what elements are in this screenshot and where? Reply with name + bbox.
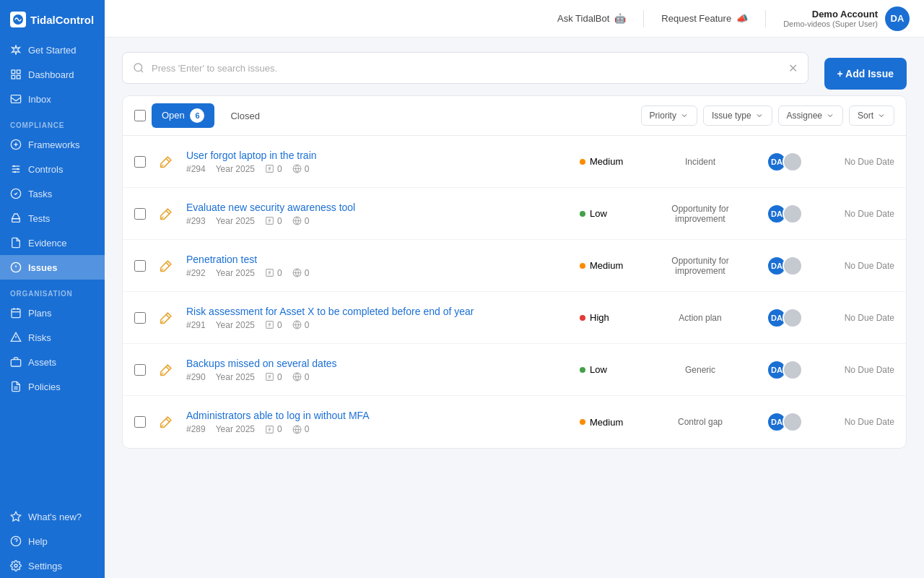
organisation-section-label: ORGANISATION xyxy=(0,280,105,301)
row-checkbox[interactable] xyxy=(134,416,146,428)
issue-id: #294 xyxy=(186,164,206,174)
issue-meta: #290 Year 2025 0 0 xyxy=(186,372,571,382)
row-checkbox[interactable] xyxy=(134,312,146,324)
page-content: ✕ + Add Issue Open 6 Closed Priority xyxy=(105,38,924,578)
topbar-divider xyxy=(643,10,644,27)
compliance-section-label: COMPLIANCE xyxy=(0,111,105,132)
sidebar-item-get-started[interactable]: Get Started xyxy=(0,38,105,62)
issue-year: Year 2025 xyxy=(216,268,255,278)
table-row: Evaluate new security awareness tool #29… xyxy=(123,188,906,240)
ask-tidalbot-button[interactable]: Ask TidalBot 🤖 xyxy=(557,13,626,24)
search-bar: ✕ xyxy=(122,52,808,84)
account-info[interactable]: Demo Account Demo-videos (Super User) DA xyxy=(783,7,910,31)
row-checkbox[interactable] xyxy=(134,208,146,220)
issue-info: Backups missed on several dates #290 Yea… xyxy=(186,358,571,382)
sidebar-item-tasks[interactable]: Tasks xyxy=(0,181,105,206)
svg-point-14 xyxy=(14,171,16,173)
sidebar-item-risks[interactable]: Risks xyxy=(0,325,105,350)
sidebar-item-help[interactable]: Help xyxy=(0,529,105,553)
tidalbot-icon: 🤖 xyxy=(614,13,626,24)
due-date: No Due Date xyxy=(822,157,894,167)
sidebar-item-settings[interactable]: Settings xyxy=(0,553,105,578)
issue-priority: Low xyxy=(580,364,645,375)
issue-title[interactable]: Evaluate new security awareness tool xyxy=(186,202,571,213)
sidebar-item-assets[interactable]: Assets xyxy=(0,350,105,374)
issue-title[interactable]: Backups missed on several dates xyxy=(186,358,571,369)
sidebar-item-policies[interactable]: Policies xyxy=(0,374,105,399)
tidalbot-label: Ask TidalBot xyxy=(557,13,609,24)
priority-label: High xyxy=(590,312,609,323)
table-row: Penetration test #292 Year 2025 0 0 Medi… xyxy=(123,240,906,292)
topbar: Ask TidalBot 🤖 Request Feature 📣 Demo Ac… xyxy=(105,0,924,38)
account-subtitle: Demo-videos (Super User) xyxy=(783,20,878,28)
issue-title[interactable]: Administrators able to log in without MF… xyxy=(186,410,571,421)
issue-type: Generic xyxy=(653,365,747,375)
issue-title[interactable]: User forgot laptop in the train xyxy=(186,150,571,161)
issue-assignees: DA xyxy=(756,152,814,172)
sidebar-label: Assets xyxy=(28,357,56,368)
issue-id: #293 xyxy=(186,216,206,226)
row-checkbox[interactable] xyxy=(134,156,146,168)
sidebar-label: Inbox xyxy=(28,94,51,105)
svg-rect-26 xyxy=(11,360,20,366)
open-count-badge: 6 xyxy=(190,108,204,123)
issue-priority: Medium xyxy=(580,156,645,167)
svg-point-12 xyxy=(13,165,15,168)
request-feature-button[interactable]: Request Feature 📣 xyxy=(661,13,748,24)
sidebar-item-plans[interactable]: Plans xyxy=(0,301,105,325)
account-text: Demo Account Demo-videos (Super User) xyxy=(783,9,878,28)
sidebar-label: Controls xyxy=(28,164,63,175)
issue-title[interactable]: Penetration test xyxy=(186,254,571,265)
clear-search-button[interactable]: ✕ xyxy=(788,61,798,75)
sidebar-item-evidence[interactable]: Evidence xyxy=(0,230,105,255)
tab-open[interactable]: Open 6 xyxy=(152,103,214,128)
row-checkbox[interactable] xyxy=(134,364,146,376)
assignee-filter-button[interactable]: Assignee xyxy=(778,105,843,126)
app-logo[interactable]: TidalControl xyxy=(0,0,105,38)
issue-info: Evaluate new security awareness tool #29… xyxy=(186,202,571,226)
issues-list: User forgot laptop in the train #294 Yea… xyxy=(123,136,906,448)
issue-year: Year 2025 xyxy=(216,164,255,174)
svg-rect-3 xyxy=(12,75,15,79)
issue-meta: #294 Year 2025 0 0 xyxy=(186,164,571,174)
app-name: TidalControl xyxy=(30,14,94,26)
sidebar-item-inbox[interactable]: Inbox xyxy=(0,87,105,111)
svg-point-32 xyxy=(14,564,17,567)
tab-closed[interactable]: Closed xyxy=(220,105,269,126)
sidebar-item-tests[interactable]: Tests xyxy=(0,206,105,230)
sidebar-label: Dashboard xyxy=(28,69,74,80)
select-all-checkbox[interactable] xyxy=(134,110,146,121)
issue-assignees: DA xyxy=(756,204,814,224)
issue-meta: #289 Year 2025 0 0 xyxy=(186,424,571,434)
svg-point-33 xyxy=(134,64,142,72)
sidebar-item-issues[interactable]: Issues xyxy=(0,255,105,280)
issue-type-filter-button[interactable]: Issue type xyxy=(703,105,772,126)
issue-info: User forgot laptop in the train #294 Yea… xyxy=(186,150,571,174)
sidebar-item-controls[interactable]: Controls xyxy=(0,157,105,181)
row-checkbox[interactable] xyxy=(134,260,146,272)
issue-meta: #291 Year 2025 0 0 xyxy=(186,320,571,330)
table-row: Administrators able to log in without MF… xyxy=(123,396,906,448)
priority-filter-button[interactable]: Priority xyxy=(641,105,697,126)
issue-title[interactable]: Risk assessment for Asset X to be comple… xyxy=(186,306,571,317)
sidebar-item-frameworks[interactable]: Frameworks xyxy=(0,132,105,157)
issue-priority: Medium xyxy=(580,260,645,271)
issue-type: Control gap xyxy=(653,417,747,427)
priority-label: Low xyxy=(590,208,607,219)
sidebar-label: Get Started xyxy=(28,45,76,56)
sort-button[interactable]: Sort xyxy=(849,105,894,126)
issue-meta: #293 Year 2025 0 0 xyxy=(186,216,571,226)
priority-dot xyxy=(580,159,585,165)
priority-dot xyxy=(580,211,585,217)
issue-year: Year 2025 xyxy=(216,372,255,382)
add-issue-button[interactable]: + Add Issue xyxy=(824,58,907,90)
issue-assignees: DA xyxy=(756,308,814,328)
sidebar-item-whats-new[interactable]: What's new? xyxy=(0,504,105,529)
avatar[interactable]: DA xyxy=(885,7,910,31)
sidebar-item-dashboard[interactable]: Dashboard xyxy=(0,62,105,87)
issue-icon xyxy=(154,254,178,277)
search-input[interactable] xyxy=(152,63,781,74)
assignee-avatar-secondary xyxy=(783,204,803,224)
priority-dot xyxy=(580,419,585,425)
priority-dot xyxy=(580,263,585,269)
